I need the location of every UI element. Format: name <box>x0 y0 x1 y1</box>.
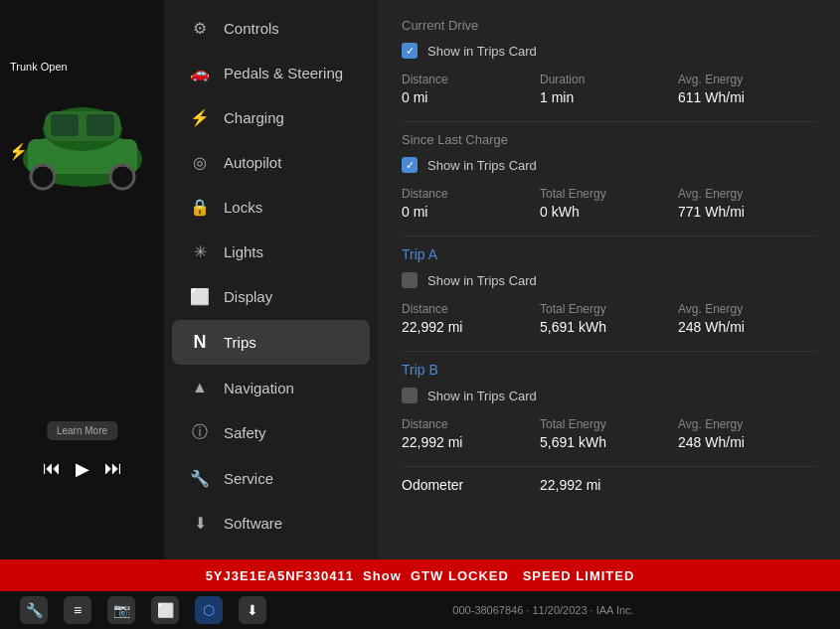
since-last-charge-avg-energy: Avg. Energy 771 Wh/mi <box>678 187 816 220</box>
since-last-charge-checkbox[interactable]: ✓ <box>402 157 418 173</box>
software-icon: ⬇ <box>190 514 210 533</box>
service-icon: 🔧 <box>190 469 210 488</box>
trip-a-avg-energy-label: Avg. Energy <box>678 302 816 316</box>
play-button[interactable]: ▶ <box>76 458 89 480</box>
trip-a-stats: Distance 22,992 mi Total Energy 5,691 kW… <box>402 302 816 335</box>
taskbar: 🔧 ≡ 📷 ⬜ ⬡ ⬇ 000-38067846 · 11/20/2023 · … <box>0 591 840 629</box>
since-last-charge-trips-card-label: Show in Trips Card <box>427 158 537 173</box>
current-drive-trips-card-row: ✓ Show in Trips Card <box>402 43 816 59</box>
odometer-label-item: Odometer <box>402 477 540 493</box>
since-last-charge-stats: Distance 0 mi Total Energy 0 kWh Avg. En… <box>402 187 816 220</box>
sidebar-item-autopilot[interactable]: ◎ Autopilot <box>172 141 370 184</box>
since-last-charge-total-energy: Total Energy 0 kWh <box>540 187 678 220</box>
sidebar-item-pedals[interactable]: 🚗 Pedals & Steering <box>172 52 370 94</box>
current-drive-avg-energy-label: Avg. Energy <box>678 73 816 86</box>
taskbar-icon-display[interactable]: ⬜ <box>151 596 179 624</box>
since-last-charge-section: Since Last Charge ✓ Show in Trips Card D… <box>402 132 816 220</box>
current-drive-trips-card-label: Show in Trips Card <box>427 44 537 59</box>
sidebar-item-service[interactable]: 🔧 Service <box>172 457 370 500</box>
trip-b-stats: Distance 22,992 mi Total Energy 5,691 kW… <box>402 417 816 450</box>
divider-3 <box>402 351 816 352</box>
current-drive-stats: Distance 0 mi Duration 1 min Avg. Energy… <box>402 73 816 105</box>
current-drive-duration-label: Duration <box>540 73 678 86</box>
controls-icon: ⚙ <box>190 19 210 38</box>
taskbar-icon-wrench[interactable]: 🔧 <box>20 596 48 624</box>
car-image: ⚡ <box>13 50 152 268</box>
sidebar-label-locks: Locks <box>224 199 262 216</box>
sidebar-label-display: Display <box>224 288 272 305</box>
car-panel: Trunk Open <box>0 0 164 559</box>
lights-icon: ✳ <box>190 242 210 261</box>
since-last-charge-trips-card-row: ✓ Show in Trips Card <box>402 157 816 173</box>
sidebar-item-safety[interactable]: ⓘ Safety <box>172 410 370 455</box>
trip-a-section: Trip A Show in Trips Card Distance 22,99… <box>402 246 816 335</box>
since-last-charge-avg-energy-value: 771 Wh/mi <box>678 204 816 220</box>
current-drive-header: Current Drive <box>402 18 816 33</box>
trips-icon: N <box>190 332 210 353</box>
next-button[interactable]: ⏭ <box>104 458 122 480</box>
trip-b-avg-energy-label: Avg. Energy <box>678 417 816 431</box>
current-drive-distance-value: 0 mi <box>402 89 540 105</box>
svg-point-7 <box>110 165 134 189</box>
trip-b-distance-value: 22,992 mi <box>402 434 540 450</box>
sidebar-label-trips: Trips <box>224 334 256 351</box>
trip-b-total-energy-value: 5,691 kWh <box>540 434 678 450</box>
sidebar-item-navigation[interactable]: ▲ Navigation <box>172 367 370 408</box>
sidebar-item-software[interactable]: ⬇ Software <box>172 502 370 545</box>
odometer-value: 22,992 mi <box>540 477 816 493</box>
sidebar-label-software: Software <box>224 515 282 532</box>
sidebar-label-safety: Safety <box>224 424 266 441</box>
since-last-charge-total-energy-value: 0 kWh <box>540 204 678 220</box>
sidebar-item-locks[interactable]: 🔒 Locks <box>172 186 370 229</box>
odometer-label: Odometer <box>402 477 540 493</box>
status-bar-text: 5YJ3E1EA5NF330411 Show GTW LOCKED SPEED … <box>206 568 635 583</box>
taskbar-icon-camera[interactable]: 📷 <box>107 596 135 624</box>
trip-a-checkbox[interactable] <box>402 272 418 288</box>
sidebar-label-autopilot: Autopilot <box>224 154 281 171</box>
trip-b-distance: Distance 22,992 mi <box>402 417 540 450</box>
current-drive-duration-value: 1 min <box>540 89 678 105</box>
taskbar-icon-bluetooth[interactable]: ⬡ <box>195 596 223 624</box>
sidebar-item-trips[interactable]: N Trips <box>172 320 370 365</box>
autopilot-icon: ◎ <box>190 153 210 172</box>
locks-icon: 🔒 <box>190 198 210 217</box>
trip-a-total-energy: Total Energy 5,691 kWh <box>540 302 678 335</box>
trip-a-avg-energy: Avg. Energy 248 Wh/mi <box>678 302 816 335</box>
taskbar-icon-menu[interactable]: ≡ <box>64 596 91 624</box>
safety-icon: ⓘ <box>190 422 210 443</box>
pedals-icon: 🚗 <box>190 64 210 82</box>
sidebar-label-charging: Charging <box>224 109 284 126</box>
current-drive-avg-energy: Avg. Energy 611 Wh/mi <box>678 73 816 105</box>
current-drive-duration: Duration 1 min <box>540 73 678 105</box>
sidebar: ⚙ Controls 🚗 Pedals & Steering ⚡ Chargin… <box>164 0 378 559</box>
sidebar-label-controls: Controls <box>224 20 279 37</box>
sidebar-label-lights: Lights <box>224 243 263 260</box>
current-drive-section: Current Drive ✓ Show in Trips Card Dista… <box>402 18 816 105</box>
prev-button[interactable]: ⏮ <box>43 458 61 480</box>
trip-b-trips-card-row: Show in Trips Card <box>402 388 816 403</box>
svg-rect-5 <box>86 114 114 136</box>
status-bar: 5YJ3E1EA5NF330411 Show GTW LOCKED SPEED … <box>0 559 840 591</box>
sidebar-item-charging[interactable]: ⚡ Charging <box>172 96 370 139</box>
trip-a-distance-value: 22,992 mi <box>402 319 540 335</box>
display-icon: ⬜ <box>190 287 210 306</box>
taskbar-icon-download[interactable]: ⬇ <box>239 596 266 624</box>
odometer-value-item: 22,992 mi <box>540 477 816 493</box>
media-controls[interactable]: ⏮ ▶ ⏭ <box>43 458 122 480</box>
trip-b-trips-card-label: Show in Trips Card <box>427 389 537 403</box>
sidebar-item-controls[interactable]: ⚙ Controls <box>172 7 370 50</box>
learn-more-button[interactable]: Learn More <box>47 421 117 440</box>
current-drive-checkbox[interactable]: ✓ <box>402 43 418 59</box>
trip-b-checkbox[interactable] <box>402 388 418 403</box>
current-drive-avg-energy-value: 611 Wh/mi <box>678 89 816 105</box>
navigation-icon: ▲ <box>190 379 210 396</box>
trip-a-total-energy-value: 5,691 kWh <box>540 319 678 335</box>
trip-b-section: Trip B Show in Trips Card Distance 22,99… <box>402 362 816 450</box>
trip-a-trips-card-row: Show in Trips Card <box>402 272 816 288</box>
sidebar-item-lights[interactable]: ✳ Lights <box>172 231 370 273</box>
sidebar-item-display[interactable]: ⬜ Display <box>172 275 370 318</box>
current-drive-distance-label: Distance <box>402 73 540 86</box>
trips-content: Current Drive ✓ Show in Trips Card Dista… <box>378 0 840 559</box>
trip-b-avg-energy-value: 248 Wh/mi <box>678 434 816 450</box>
trip-b-avg-energy: Avg. Energy 248 Wh/mi <box>678 417 816 450</box>
